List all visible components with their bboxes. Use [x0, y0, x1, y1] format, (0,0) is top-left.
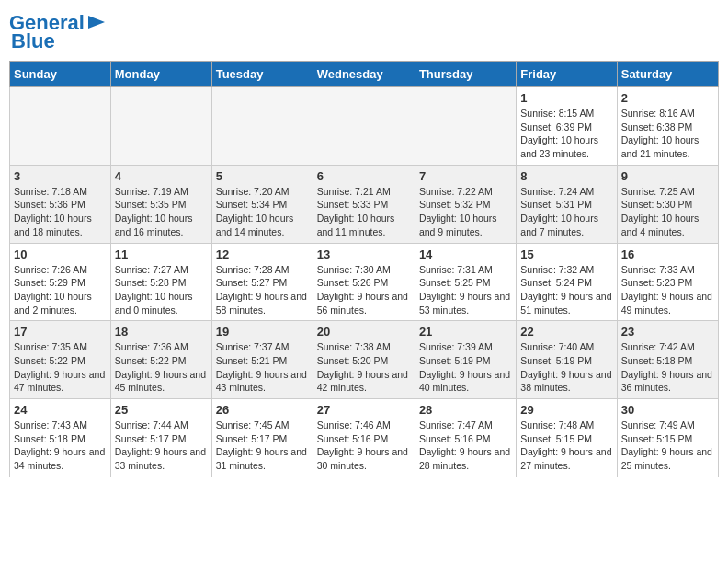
- calendar-cell: 29Sunrise: 7:48 AM Sunset: 5:15 PM Dayli…: [517, 399, 617, 477]
- day-info: Sunrise: 7:47 AM Sunset: 5:16 PM Dayligh…: [419, 419, 512, 473]
- day-info: Sunrise: 7:44 AM Sunset: 5:17 PM Dayligh…: [115, 419, 208, 473]
- day-number: 20: [317, 325, 411, 339]
- calendar-cell: 23Sunrise: 7:42 AM Sunset: 5:18 PM Dayli…: [617, 321, 718, 399]
- calendar-cell: 30Sunrise: 7:49 AM Sunset: 5:15 PM Dayli…: [617, 399, 718, 477]
- calendar-cell: 26Sunrise: 7:45 AM Sunset: 5:17 PM Dayli…: [211, 399, 313, 477]
- day-info: Sunrise: 7:31 AM Sunset: 5:25 PM Dayligh…: [419, 263, 512, 317]
- day-info: Sunrise: 7:49 AM Sunset: 5:15 PM Dayligh…: [621, 419, 714, 473]
- calendar-cell: 22Sunrise: 7:40 AM Sunset: 5:19 PM Dayli…: [517, 321, 617, 399]
- day-number: 29: [520, 403, 612, 417]
- weekday-header-monday: Monday: [110, 62, 211, 87]
- calendar-cell: 9Sunrise: 7:25 AM Sunset: 5:30 PM Daylig…: [617, 165, 718, 243]
- calendar-cell: 10Sunrise: 7:26 AM Sunset: 5:29 PM Dayli…: [10, 243, 111, 321]
- calendar-cell: 6Sunrise: 7:21 AM Sunset: 5:33 PM Daylig…: [313, 165, 415, 243]
- calendar-cell: 19Sunrise: 7:37 AM Sunset: 5:21 PM Dayli…: [211, 321, 313, 399]
- day-info: Sunrise: 7:38 AM Sunset: 5:20 PM Dayligh…: [317, 340, 411, 395]
- calendar: SundayMondayTuesdayWednesdayThursdayFrid…: [9, 61, 719, 477]
- day-number: 17: [14, 325, 107, 339]
- day-info: Sunrise: 7:19 AM Sunset: 5:35 PM Dayligh…: [115, 185, 208, 239]
- week-row-3: 10Sunrise: 7:26 AM Sunset: 5:29 PM Dayli…: [10, 243, 719, 321]
- day-number: 27: [317, 403, 411, 417]
- calendar-cell: 1Sunrise: 8:15 AM Sunset: 6:39 PM Daylig…: [517, 87, 617, 166]
- calendar-cell: 13Sunrise: 7:30 AM Sunset: 5:26 PM Dayli…: [313, 243, 415, 321]
- calendar-cell: [10, 87, 111, 166]
- day-number: 22: [520, 325, 612, 339]
- calendar-cell: 15Sunrise: 7:32 AM Sunset: 5:24 PM Dayli…: [517, 243, 617, 321]
- calendar-cell: 27Sunrise: 7:46 AM Sunset: 5:16 PM Dayli…: [313, 399, 415, 477]
- calendar-cell: 16Sunrise: 7:33 AM Sunset: 5:23 PM Dayli…: [617, 243, 718, 321]
- header: General Blue: [9, 9, 719, 53]
- day-number: 2: [621, 91, 714, 105]
- day-info: Sunrise: 7:25 AM Sunset: 5:30 PM Dayligh…: [621, 185, 714, 239]
- day-info: Sunrise: 7:21 AM Sunset: 5:33 PM Dayligh…: [317, 185, 411, 239]
- day-info: Sunrise: 7:46 AM Sunset: 5:16 PM Dayligh…: [317, 419, 411, 473]
- day-info: Sunrise: 7:45 AM Sunset: 5:17 PM Dayligh…: [216, 419, 309, 473]
- day-info: Sunrise: 7:48 AM Sunset: 5:15 PM Dayligh…: [520, 419, 612, 473]
- calendar-cell: [211, 87, 313, 166]
- day-info: Sunrise: 8:16 AM Sunset: 6:38 PM Dayligh…: [621, 107, 714, 161]
- logo: General Blue: [9, 13, 107, 53]
- calendar-cell: 21Sunrise: 7:39 AM Sunset: 5:19 PM Dayli…: [415, 321, 516, 399]
- calendar-cell: 4Sunrise: 7:19 AM Sunset: 5:35 PM Daylig…: [110, 165, 211, 243]
- day-number: 30: [621, 403, 714, 417]
- day-number: 21: [419, 325, 512, 339]
- calendar-cell: 28Sunrise: 7:47 AM Sunset: 5:16 PM Dayli…: [415, 399, 516, 477]
- logo-icon: [86, 14, 107, 30]
- day-number: 28: [419, 403, 512, 417]
- day-number: 24: [14, 403, 107, 417]
- weekday-header-wednesday: Wednesday: [313, 62, 415, 87]
- day-number: 13: [317, 247, 411, 261]
- day-info: Sunrise: 7:32 AM Sunset: 5:24 PM Dayligh…: [520, 263, 612, 317]
- calendar-cell: 11Sunrise: 7:27 AM Sunset: 5:28 PM Dayli…: [110, 243, 211, 321]
- day-number: 25: [115, 403, 208, 417]
- day-number: 10: [14, 247, 107, 261]
- day-number: 1: [520, 91, 612, 105]
- day-number: 9: [621, 169, 714, 183]
- calendar-cell: 20Sunrise: 7:38 AM Sunset: 5:20 PM Dayli…: [313, 321, 415, 399]
- week-row-2: 3Sunrise: 7:18 AM Sunset: 5:36 PM Daylig…: [10, 165, 719, 243]
- day-number: 7: [419, 169, 512, 183]
- calendar-cell: 7Sunrise: 7:22 AM Sunset: 5:32 PM Daylig…: [415, 165, 516, 243]
- calendar-cell: [313, 87, 415, 166]
- calendar-cell: 14Sunrise: 7:31 AM Sunset: 5:25 PM Dayli…: [415, 243, 516, 321]
- day-info: Sunrise: 7:30 AM Sunset: 5:26 PM Dayligh…: [317, 263, 411, 317]
- weekday-header-sunday: Sunday: [10, 62, 111, 87]
- weekday-header-saturday: Saturday: [617, 62, 718, 87]
- calendar-cell: 3Sunrise: 7:18 AM Sunset: 5:36 PM Daylig…: [10, 165, 111, 243]
- day-number: 18: [115, 325, 208, 339]
- calendar-cell: [415, 87, 516, 166]
- day-number: 26: [216, 403, 309, 417]
- day-info: Sunrise: 7:22 AM Sunset: 5:32 PM Dayligh…: [419, 185, 512, 239]
- day-number: 11: [115, 247, 208, 261]
- day-number: 14: [419, 247, 512, 261]
- calendar-cell: [110, 87, 211, 166]
- day-info: Sunrise: 7:37 AM Sunset: 5:21 PM Dayligh…: [216, 340, 309, 395]
- day-info: Sunrise: 7:43 AM Sunset: 5:18 PM Dayligh…: [14, 419, 107, 473]
- day-info: Sunrise: 7:35 AM Sunset: 5:22 PM Dayligh…: [14, 340, 107, 395]
- day-number: 12: [216, 247, 309, 261]
- day-info: Sunrise: 7:28 AM Sunset: 5:27 PM Dayligh…: [216, 263, 309, 317]
- day-info: Sunrise: 7:39 AM Sunset: 5:19 PM Dayligh…: [419, 340, 512, 395]
- day-number: 6: [317, 169, 411, 183]
- calendar-cell: 12Sunrise: 7:28 AM Sunset: 5:27 PM Dayli…: [211, 243, 313, 321]
- weekday-header-tuesday: Tuesday: [211, 62, 313, 87]
- logo-blue: Blue: [9, 29, 55, 53]
- calendar-cell: 24Sunrise: 7:43 AM Sunset: 5:18 PM Dayli…: [10, 399, 111, 477]
- day-number: 16: [621, 247, 714, 261]
- day-number: 23: [621, 325, 714, 339]
- day-info: Sunrise: 7:24 AM Sunset: 5:31 PM Dayligh…: [520, 185, 612, 239]
- calendar-cell: 8Sunrise: 7:24 AM Sunset: 5:31 PM Daylig…: [517, 165, 617, 243]
- day-info: Sunrise: 7:33 AM Sunset: 5:23 PM Dayligh…: [621, 263, 714, 317]
- day-info: Sunrise: 7:26 AM Sunset: 5:29 PM Dayligh…: [14, 263, 107, 317]
- day-number: 5: [216, 169, 309, 183]
- week-row-5: 24Sunrise: 7:43 AM Sunset: 5:18 PM Dayli…: [10, 399, 719, 477]
- calendar-cell: 25Sunrise: 7:44 AM Sunset: 5:17 PM Dayli…: [110, 399, 211, 477]
- week-row-4: 17Sunrise: 7:35 AM Sunset: 5:22 PM Dayli…: [10, 321, 719, 399]
- day-number: 19: [216, 325, 309, 339]
- calendar-cell: 5Sunrise: 7:20 AM Sunset: 5:34 PM Daylig…: [211, 165, 313, 243]
- weekday-header-thursday: Thursday: [415, 62, 516, 87]
- day-info: Sunrise: 7:27 AM Sunset: 5:28 PM Dayligh…: [115, 263, 208, 317]
- day-info: Sunrise: 8:15 AM Sunset: 6:39 PM Dayligh…: [520, 107, 612, 161]
- calendar-cell: 18Sunrise: 7:36 AM Sunset: 5:22 PM Dayli…: [110, 321, 211, 399]
- calendar-cell: 2Sunrise: 8:16 AM Sunset: 6:38 PM Daylig…: [617, 87, 718, 166]
